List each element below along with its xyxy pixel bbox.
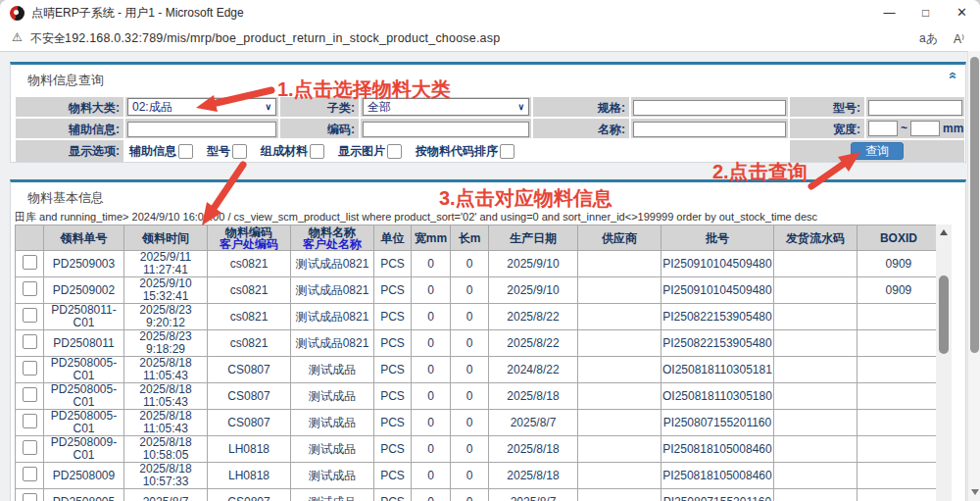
cell-batch_no: PI250822153905480 [662,304,774,330]
display-option-checkbox-image[interactable] [387,144,402,159]
cell-supplier [578,304,662,330]
table-row[interactable]: PD25080112025/8/23 9:18:29cs0821测试成品0821… [16,330,941,357]
display-option-checkbox-aux[interactable] [178,144,193,159]
width-min-input[interactable] [868,121,898,136]
cell-box_id: 0909 [857,277,940,304]
minimize-button[interactable]: — [871,0,907,26]
code-input[interactable] [363,122,529,137]
column-header: 批号 [662,225,774,251]
not-secure-label[interactable]: 不安全 [30,26,66,51]
table-row[interactable]: PD2508009-C012025/8/18 10:58:05LH0818测试成… [16,436,941,463]
cell-name: 测试成品 [291,410,374,436]
table-scrollbar[interactable] [936,225,952,501]
spec-input[interactable] [633,100,786,116]
cell-name: 测试成品 [291,436,374,463]
cell-order_no: PD2509002 [44,277,124,304]
cell-unit: PCS [374,383,412,410]
cell-batch_no: PI250807155201160 [662,410,774,436]
collapse-panel-icon[interactable]: « [947,72,960,79]
row-select-cell [16,304,44,330]
column-header: 宽mm [412,225,451,251]
close-button[interactable]: ✕ [944,0,980,26]
cell-ship_code [773,251,857,277]
cell-unit: PCS [374,304,412,330]
cell-unit: PCS [374,330,412,357]
cell-code: CS0807 [208,383,291,410]
cell-unit: PCS [374,357,412,383]
row-checkbox[interactable] [23,255,37,270]
material-category-select[interactable]: 02:成品 ∨ [127,98,276,116]
table-row[interactable]: PD2508005-C012025/8/18 11:05:43CS0807测试成… [16,410,941,436]
cell-time: 2025/8/18 10:58:05 [124,436,208,463]
query-panel-title: 物料信息查询 [27,72,104,89]
column-header: 物料名称客户处名称 [291,225,374,251]
scroll-down-icon[interactable] [971,489,979,495]
aux-info-input[interactable] [127,122,276,137]
row-checkbox[interactable] [23,334,37,349]
cell-width: 0 [412,410,451,436]
row-checkbox[interactable] [23,361,37,376]
cell-supplier [578,436,662,463]
cell-unit: PCS [374,436,412,463]
page-scrollbar[interactable] [967,51,980,501]
table-row[interactable]: PD25080052025/8/7CS0807测试成品PCS002025/8/7… [16,489,941,501]
scroll-up-icon[interactable] [940,229,948,235]
url-text[interactable]: 192.168.0.32:789/mis/mrp/boe_product_ret… [65,26,500,51]
not-secure-warning-icon[interactable]: ⚠ [12,30,23,44]
cell-supplier [578,357,662,383]
cell-supplier [578,277,662,304]
cell-width: 0 [412,489,451,501]
display-option-label: 型号 [207,143,230,160]
app-favicon [10,6,24,21]
table-row[interactable]: PD2508011-C012025/8/23 9:20:12cs0821测试成品… [16,304,941,330]
cell-ship_code [773,383,857,410]
row-checkbox[interactable] [23,387,37,402]
column-header: 生产日期 [489,225,578,251]
window-controls: — □ ✕ [871,0,980,26]
cell-ship_code [773,304,857,330]
table-scrollbar-thumb[interactable] [939,276,949,354]
column-header: 领料时间 [124,225,208,251]
page-scrollbar-thumb[interactable] [970,57,979,353]
row-checkbox[interactable] [23,493,37,501]
table-row[interactable]: PD25090022025/9/10 15:32:41cs0821测试成品082… [16,277,941,304]
results-panel-title: 物料基本信息 [27,189,104,207]
annotation-step2: 2.点击查询 [712,159,808,185]
cell-order_no: PD2508005 [44,489,124,501]
row-checkbox[interactable] [23,308,37,323]
cell-order_no: PD2508009-C01 [44,436,124,463]
maximize-button[interactable]: □ [907,0,944,26]
cell-name: 测试成品 [291,463,374,489]
cell-box_id [857,489,940,501]
table-row[interactable]: PD25090032025/9/11 11:27:41cs0821测试成品082… [16,251,941,277]
table-row[interactable]: PD25080092025/8/18 10:57:33LH0818测试成品PCS… [16,463,941,489]
cell-ship_code [773,463,857,489]
cell-name: 测试成品 [291,489,374,501]
cell-ship_code [773,489,857,501]
row-checkbox[interactable] [23,467,37,481]
display-option-label: 辅助信息 [129,143,176,160]
cell-name: 测试成品 [291,383,374,410]
read-aloud-icon[interactable]: A⁾ [954,32,964,46]
cell-prod_date: 2024/8/22 [489,357,578,383]
row-checkbox[interactable] [23,281,37,296]
model-input[interactable] [868,100,962,116]
cell-supplier [578,383,662,410]
display-option-checkbox-sort[interactable] [500,144,514,159]
search-button[interactable]: 查询 [851,142,904,160]
row-checkbox[interactable] [23,414,37,428]
table-row[interactable]: PD2508005-C012025/8/18 11:05:43CS0807测试成… [16,383,941,410]
width-max-input[interactable] [910,121,940,136]
translate-icon[interactable]: aあ [919,30,938,47]
width-label: 宽度: [790,119,864,138]
row-select-cell [16,410,44,436]
display-option-checkbox-model[interactable] [232,144,247,159]
table-row[interactable]: PD2508005-C012025/8/18 11:05:43CS0807测试成… [16,357,941,383]
display-option-label: 按物料代码排序 [416,143,498,160]
display-option-checkbox-materials[interactable] [310,144,324,159]
name-input[interactable] [633,122,786,137]
row-checkbox[interactable] [23,440,37,455]
cell-length: 0 [451,251,489,277]
cell-code: cs0821 [208,304,291,330]
cell-box_id: 0909 [857,251,940,277]
